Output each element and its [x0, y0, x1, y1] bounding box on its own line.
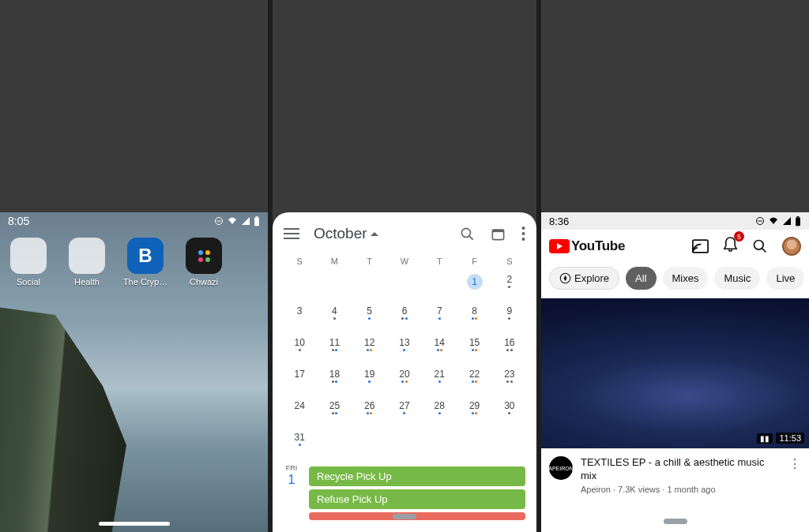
folder-icon — [69, 238, 105, 274]
recents-card-home[interactable]: 8:05 Social Health — [0, 212, 268, 532]
filter-chip[interactable]: Live — [766, 267, 804, 290]
month-picker[interactable]: October — [314, 225, 378, 242]
app-row: Social Health B The Cryp… — [5, 238, 228, 287]
gesture-pill[interactable] — [393, 514, 416, 519]
week-row: 12 — [273, 269, 536, 301]
status-bar: 8:36 — [541, 212, 809, 230]
day-cell[interactable]: 18 — [317, 369, 352, 391]
day-cell — [352, 432, 387, 454]
day-cell[interactable]: 22 — [457, 369, 491, 391]
month-label: October — [314, 225, 367, 242]
quality-icon: ▮▮ — [757, 433, 773, 444]
week-row: 3456789 — [273, 301, 536, 332]
svg-rect-2 — [254, 217, 259, 226]
filter-chip[interactable]: All — [626, 267, 656, 290]
wifi-icon — [768, 216, 779, 226]
day-cell[interactable]: 21 — [422, 369, 457, 391]
gesture-pill[interactable] — [99, 522, 170, 526]
gesture-pill[interactable] — [664, 519, 687, 524]
svg-rect-13 — [796, 217, 800, 226]
day-cell[interactable]: 11 — [317, 337, 352, 359]
cast-icon[interactable] — [692, 239, 709, 253]
svg-point-16 — [754, 240, 764, 249]
recents-card-youtube[interactable]: 8:36 YouTube 5 Explo — [541, 212, 809, 532]
day-cell[interactable]: 24 — [282, 400, 317, 422]
day-cell[interactable]: 19 — [352, 369, 387, 391]
weekday: F — [457, 257, 491, 266]
day-cell[interactable]: 2 — [492, 274, 527, 296]
weekday: T — [422, 257, 457, 266]
day-cell — [492, 432, 527, 454]
day-cell[interactable]: 7 — [422, 305, 457, 328]
weekday: S — [282, 257, 317, 266]
week-row: 31 — [273, 427, 536, 459]
more-vert-icon[interactable] — [521, 227, 525, 241]
chip-bar[interactable]: ExploreAllMixesMusicLiveC — [541, 262, 809, 298]
video-card[interactable]: ▮▮ 11:53 APEIRON TEXTILES EP - a chill &… — [541, 298, 809, 500]
search-icon[interactable] — [752, 238, 768, 254]
day-cell[interactable]: 30 — [492, 400, 527, 422]
day-cell[interactable]: 3 — [282, 305, 317, 328]
day-cell[interactable]: 10 — [282, 337, 317, 359]
day-cell[interactable]: 13 — [387, 337, 422, 359]
home-screen: 8:05 Social Health — [0, 212, 268, 532]
clock: 8:05 — [8, 215, 29, 227]
event-item[interactable] — [309, 512, 525, 520]
day-cell[interactable]: 20 — [387, 369, 422, 391]
weekday: W — [387, 257, 422, 266]
day-cell[interactable]: 23 — [492, 369, 527, 391]
hamburger-icon[interactable] — [284, 228, 299, 239]
day-cell[interactable]: 28 — [422, 400, 457, 422]
svg-point-8 — [522, 227, 525, 230]
day-cell[interactable]: 5 — [352, 305, 387, 328]
compass-icon — [559, 272, 571, 284]
day-cell[interactable]: 8 — [457, 305, 491, 328]
folder-social[interactable]: Social — [5, 238, 52, 287]
today-icon[interactable] — [491, 227, 506, 242]
avatar[interactable] — [782, 237, 801, 256]
brand-label: YouTube — [571, 238, 625, 254]
search-icon[interactable] — [460, 227, 475, 242]
weekday: M — [317, 257, 352, 266]
day-cell[interactable]: 6 — [387, 305, 422, 328]
day-cell[interactable]: 15 — [457, 337, 491, 359]
recents-card-calendar[interactable]: October SMTWTFS 123456789101112131415161… — [273, 212, 536, 532]
day-cell[interactable]: 25 — [317, 400, 352, 422]
notifications-button[interactable]: 5 — [723, 236, 738, 256]
channel-avatar[interactable]: APEIRON — [549, 456, 573, 480]
day-cell[interactable]: 16 — [492, 337, 527, 359]
day-cell[interactable]: 12 — [352, 337, 387, 359]
day-cell — [457, 432, 491, 454]
day-cell[interactable]: 17 — [282, 369, 317, 391]
svg-point-10 — [522, 238, 525, 241]
video-subtitle: Apeiron · 7.3K views · 1 month ago — [581, 485, 781, 494]
day-cell — [387, 432, 422, 454]
wallpaper-mountain — [0, 303, 126, 532]
day-cell[interactable]: 4 — [317, 305, 352, 328]
svg-point-9 — [522, 232, 525, 235]
app-chwazi[interactable]: Chwazi — [180, 238, 228, 287]
day-cell[interactable]: 27 — [387, 400, 422, 422]
filter-chip[interactable]: Music — [714, 267, 760, 290]
day-cell[interactable]: 26 — [352, 400, 387, 422]
youtube-header: YouTube 5 — [541, 230, 809, 262]
day-cell[interactable]: 14 — [422, 337, 457, 359]
event-item[interactable]: Recycle Pick Up — [309, 466, 525, 486]
svg-point-4 — [461, 228, 470, 237]
folder-health[interactable]: Health — [63, 238, 111, 287]
filter-chip[interactable]: Explore — [549, 267, 619, 290]
event-item[interactable]: Refuse Pick Up — [309, 489, 525, 509]
day-cell[interactable]: 31 — [282, 432, 317, 454]
day-cell[interactable]: 29 — [457, 400, 491, 422]
youtube-logo[interactable]: YouTube — [549, 238, 625, 254]
day-cell — [422, 274, 457, 296]
app-crypto[interactable]: B The Cryp… — [122, 238, 169, 287]
day-cell[interactable]: 9 — [492, 305, 527, 328]
day-cell — [387, 274, 422, 296]
day-cell[interactable]: 1 — [457, 274, 491, 296]
status-icons — [755, 216, 801, 227]
more-vert-icon[interactable]: ⋮ — [788, 456, 801, 494]
svg-rect-3 — [256, 216, 258, 217]
filter-chip[interactable]: Mixes — [663, 267, 709, 290]
event-date-label: FRI 1 — [274, 465, 309, 523]
